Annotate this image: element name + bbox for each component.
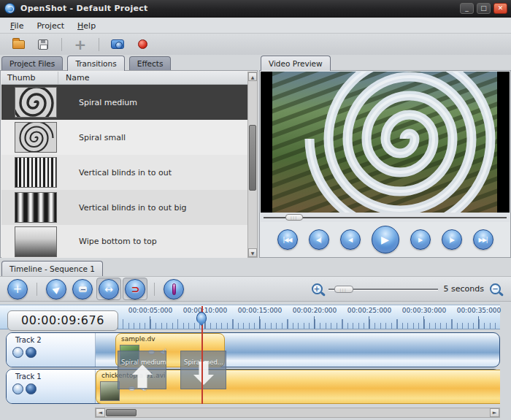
- transition-name: Vertical blinds in to out: [79, 168, 172, 177]
- minimize-button[interactable]: _: [460, 3, 474, 14]
- zoom-out-icon[interactable]: −: [490, 283, 501, 294]
- camera-icon: [111, 39, 124, 49]
- razor-tool-button[interactable]: [70, 278, 95, 300]
- ruler-label: 00:00:35:000: [450, 307, 508, 314]
- transitions-list: Thumb Name Spiral medium Spiral small: [0, 70, 258, 258]
- fast-forward-button[interactable]: ▶: [410, 229, 431, 250]
- track-audio-toggle-icon[interactable]: [26, 383, 36, 394]
- down-arrow-icon: [199, 362, 208, 375]
- main-toolbar: +: [0, 34, 511, 55]
- menu-project[interactable]: Project: [31, 20, 70, 32]
- window-title: OpenShot - Default Project: [20, 4, 148, 13]
- scroll-up-icon[interactable]: ▲: [248, 72, 257, 81]
- select-tool-button[interactable]: ▶: [44, 278, 69, 300]
- transition-row-spiral-medium[interactable]: Spiral medium: [1, 85, 247, 120]
- scroll-left-icon[interactable]: ◄: [96, 408, 105, 417]
- transition-name: Wipe bottom to top: [79, 237, 157, 246]
- transitions-panel: Project Files Transitions Effects Thumb …: [0, 55, 258, 258]
- timeline-transition-spiral-medium-2[interactable]: Spiral med...: [180, 351, 226, 389]
- openshot-logo-icon: [4, 3, 15, 14]
- video-preview-frame: [261, 72, 510, 213]
- current-timecode: 00:00:09:676: [7, 310, 118, 331]
- floppy-disk-icon: [38, 39, 48, 50]
- plus-icon: +: [74, 38, 87, 51]
- import-files-button[interactable]: +: [70, 36, 91, 53]
- snapshot-button[interactable]: [107, 36, 128, 53]
- snapping-tool-button[interactable]: ⊃: [123, 278, 147, 300]
- transition-row-vertical-blinds[interactable]: Vertical blinds in to out: [1, 155, 247, 190]
- ruler-label: 00:00:10:000: [176, 307, 234, 314]
- clip-name: sample.dv: [116, 334, 224, 343]
- scrollbar-thumb[interactable]: [249, 125, 256, 191]
- transport-controls: |◀◀ ◀| ◀ ▶ ▶ |▶ ▶▶|: [261, 222, 510, 257]
- menu-help[interactable]: Help: [72, 20, 101, 32]
- tab-effects[interactable]: Effects: [129, 56, 172, 71]
- track-name: Track 1: [7, 370, 95, 381]
- cursor-arrow-icon: ▶: [46, 279, 66, 299]
- track-video-toggle-icon[interactable]: [12, 347, 23, 358]
- timeline-horizontal-scrollbar[interactable]: ◄ ►: [95, 408, 500, 418]
- toolbar-separator: [36, 283, 37, 296]
- spiral-small-thumbnail: [15, 122, 57, 153]
- vertical-blinds-thumbnail: [15, 157, 57, 188]
- wipe-gradient-thumbnail: [15, 226, 57, 257]
- track-audio-toggle-icon[interactable]: [26, 347, 36, 358]
- title-bar[interactable]: OpenShot - Default Project _ □ ✕: [0, 0, 511, 18]
- timeline-ruler[interactable]: 00:00:05:000 00:00:10:000 00:00:15:000 0…: [0, 305, 500, 329]
- frame-forward-button[interactable]: |▶: [442, 229, 462, 250]
- scroll-down-icon[interactable]: ▼: [248, 248, 257, 257]
- resize-arrows-icon: ↔: [99, 279, 119, 299]
- ruler-label: 00:00:05:000: [121, 307, 180, 314]
- open-project-button[interactable]: [8, 36, 28, 53]
- transition-name: Spiral medium: [79, 98, 137, 107]
- save-project-button[interactable]: [33, 36, 53, 53]
- seek-handle[interactable]: [285, 214, 303, 221]
- timeline-toolbar: + ▶ ↔ ⊃ + 5 seconds −: [0, 276, 511, 302]
- openshot-window: OpenShot - Default Project _ □ ✕ File Pr…: [0, 0, 511, 420]
- scroll-right-icon[interactable]: ►: [490, 408, 499, 417]
- play-button[interactable]: ▶: [372, 226, 399, 253]
- clip-thumbnail: [100, 381, 120, 401]
- frame-back-button[interactable]: ◀|: [309, 229, 329, 250]
- razor-icon: [72, 279, 93, 299]
- preview-spiral-frame: [272, 72, 497, 213]
- ruler-minor-ticks: [96, 323, 500, 329]
- zoom-slider[interactable]: [328, 285, 438, 294]
- menu-bar: File Project Help: [0, 18, 511, 34]
- seek-start-button[interactable]: |◀◀: [277, 229, 298, 250]
- transition-name: Spiral small: [79, 133, 126, 142]
- ruler-label: 00:00:20:000: [285, 307, 344, 314]
- zoom-slider-handle[interactable]: [334, 286, 353, 293]
- transition-row-spiral-small[interactable]: Spiral small: [1, 120, 247, 155]
- menu-file[interactable]: File: [4, 20, 29, 32]
- add-track-button[interactable]: +: [5, 278, 30, 300]
- seek-end-button[interactable]: ▶▶|: [473, 229, 493, 250]
- track-2-lane[interactable]: Track 2: [6, 332, 500, 367]
- maximize-button[interactable]: □: [477, 3, 491, 14]
- transition-row-wipe-bottom-top[interactable]: Wipe bottom to top: [1, 225, 247, 258]
- tab-transitions[interactable]: Transitions: [67, 56, 124, 71]
- tab-project-files[interactable]: Project Files: [1, 56, 63, 71]
- add-marker-button[interactable]: [161, 278, 186, 300]
- timeline-transition-spiral-medium[interactable]: Spiral medium: [118, 351, 166, 389]
- vertical-blinds-big-thumbnail: [15, 192, 57, 223]
- transition-row-vertical-blinds-big[interactable]: Vertical blinds in to out big: [1, 190, 247, 225]
- zoom-in-icon[interactable]: +: [312, 283, 323, 294]
- tab-timeline[interactable]: Timeline - Sequence 1: [1, 261, 103, 276]
- column-header-thumb[interactable]: Thumb: [1, 72, 58, 84]
- video-preview-panel: Video Preview: [259, 55, 511, 258]
- magnet-icon: ⊃: [125, 279, 145, 299]
- column-header-name[interactable]: Name: [58, 72, 89, 84]
- ruler-label: 00:00:15:000: [231, 307, 289, 314]
- resize-tool-button[interactable]: ↔: [96, 278, 121, 300]
- transitions-scrollbar[interactable]: ▲ ▼: [247, 72, 258, 258]
- record-button[interactable]: [132, 36, 153, 53]
- seek-bar[interactable]: [261, 213, 510, 222]
- up-arrow-icon: [137, 375, 147, 388]
- rewind-button[interactable]: ◀: [340, 229, 361, 250]
- tab-video-preview[interactable]: Video Preview: [261, 56, 331, 71]
- zoom-level-label: 5 seconds: [444, 284, 484, 294]
- track-video-toggle-icon[interactable]: [12, 383, 23, 394]
- close-button[interactable]: ✕: [493, 3, 507, 14]
- scrollbar-thumb[interactable]: [106, 409, 137, 416]
